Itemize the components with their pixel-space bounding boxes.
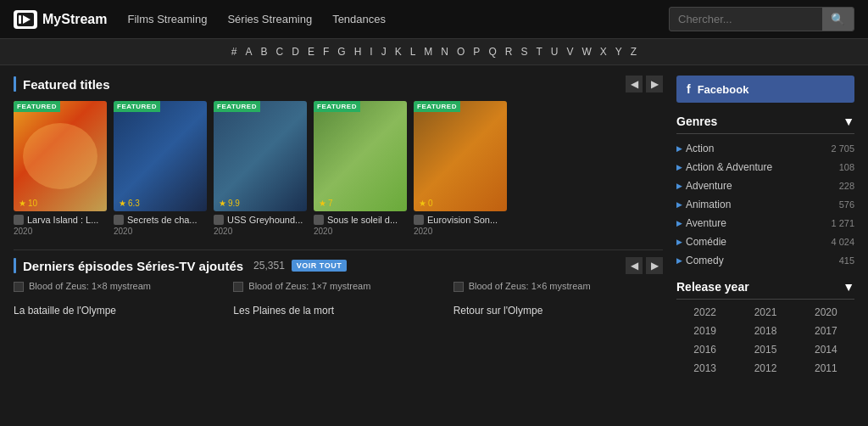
card-rating-3: ★ 7 <box>319 199 333 208</box>
card-info-0: Larva Island : L... 2020 <box>14 215 107 236</box>
facebook-icon: f <box>687 82 691 96</box>
alpha-s[interactable]: S <box>520 46 527 58</box>
featured-section: Featured titles ◀ ▶ FEATURED ★ 10 Larva … <box>14 76 663 236</box>
nav-tendances[interactable]: Tendances <box>332 13 386 25</box>
logo[interactable]: MyStream <box>14 10 107 29</box>
card-thumb-2 <box>214 215 224 225</box>
alpha-o[interactable]: O <box>457 46 465 58</box>
card-title-3: Sous le soleil d... <box>327 215 398 225</box>
alpha-#[interactable]: # <box>231 46 237 58</box>
featured-prev[interactable]: ◀ <box>626 76 643 92</box>
year-2022[interactable]: 2022 <box>676 305 733 320</box>
year-2016[interactable]: 2016 <box>676 342 733 357</box>
alpha-j[interactable]: J <box>381 46 387 58</box>
alpha-a[interactable]: A <box>246 46 253 58</box>
star-icon-2: ★ <box>219 199 226 208</box>
episode-list: Blood of Zeus: 1×8 mystream Blood of Zeu… <box>14 281 663 292</box>
genre-item-2[interactable]: ▶ Adventure 228 <box>676 177 854 195</box>
episodes-header: Derniers épisodes Séries-TV ajoutés 25,3… <box>14 257 663 274</box>
alpha-h[interactable]: H <box>354 46 362 58</box>
card-year-0: 2020 <box>14 227 107 236</box>
alpha-u[interactable]: U <box>551 46 559 58</box>
alpha-n[interactable]: N <box>441 46 448 58</box>
alpha-b[interactable]: B <box>261 46 268 58</box>
alpha-z[interactable]: Z <box>631 46 637 58</box>
featured-badge-1: FEATURED <box>114 101 160 112</box>
voir-tout-button[interactable]: VOIR TOUT <box>292 260 347 272</box>
alpha-i[interactable]: I <box>370 46 372 58</box>
year-2017[interactable]: 2017 <box>798 323 854 339</box>
episode-title-1[interactable]: Blood of Zeus: 1×7 mystream <box>248 281 370 291</box>
genre-item-3[interactable]: ▶ Animation 576 <box>676 195 854 214</box>
section-bar <box>14 76 16 92</box>
episodes-title: Derniers épisodes Séries-TV ajoutés <box>23 259 243 273</box>
year-2014[interactable]: 2014 <box>798 342 854 357</box>
year-2018[interactable]: 2018 <box>737 323 793 339</box>
card-title-2: USS Greyhound... <box>227 215 303 225</box>
alpha-m[interactable]: M <box>424 46 432 58</box>
alphabet-bar: #ABCDEFGHIJKLMNOPQRSTUVWXYZ <box>0 39 868 65</box>
year-2011[interactable]: 2011 <box>798 361 854 376</box>
episodes-prev[interactable]: ◀ <box>626 257 643 274</box>
alpha-r[interactable]: R <box>505 46 513 58</box>
episode-checkbox-1[interactable] <box>233 282 243 292</box>
genre-item-5[interactable]: ▶ Comédie 4 024 <box>676 233 854 251</box>
alpha-y[interactable]: Y <box>615 46 622 58</box>
year-2015[interactable]: 2015 <box>737 342 793 357</box>
release-year-arrow-icon: ▼ <box>843 280 854 294</box>
episode-checkbox-2[interactable] <box>453 282 464 292</box>
alpha-p[interactable]: P <box>473 46 480 58</box>
genre-arrow-icon-5: ▶ <box>676 238 682 246</box>
year-2013[interactable]: 2013 <box>676 361 733 376</box>
alpha-k[interactable]: K <box>395 46 402 58</box>
bottom-title-1[interactable]: Les Plaines de la mort <box>233 304 442 317</box>
bottom-title-text-2: Retour sur l'Olympe <box>453 305 543 317</box>
featured-card-2[interactable]: FEATURED ★ 9.9 USS Greyhound... 2020 <box>214 101 307 236</box>
genre-item-1[interactable]: ▶ Action & Adventure 108 <box>676 158 854 177</box>
genre-item-4[interactable]: ▶ Aventure 1 271 <box>676 214 854 233</box>
search-input[interactable] <box>670 8 822 30</box>
genre-item-6[interactable]: ▶ Comedy 415 <box>676 251 854 270</box>
alpha-x[interactable]: X <box>600 46 607 58</box>
alpha-f[interactable]: F <box>323 46 329 58</box>
alpha-q[interactable]: Q <box>488 46 496 58</box>
card-rating-4: ★ 0 <box>419 199 433 208</box>
alpha-e[interactable]: E <box>308 46 314 58</box>
alpha-w[interactable]: W <box>581 46 591 58</box>
episode-title-0[interactable]: Blood of Zeus: 1×8 mystream <box>29 281 151 291</box>
genre-item-0[interactable]: ▶ Action 2 705 <box>676 139 854 158</box>
episode-title-2[interactable]: Blood of Zeus: 1×6 mystream <box>469 281 591 291</box>
year-2021[interactable]: 2021 <box>737 305 793 320</box>
episode-checkbox-0[interactable] <box>14 282 24 292</box>
card-thumb-0 <box>14 215 24 225</box>
alpha-t[interactable]: T <box>536 46 542 58</box>
alpha-c[interactable]: C <box>276 46 284 58</box>
featured-card-4[interactable]: FEATURED ★ 0 Eurovision Son... 2020 <box>414 101 507 236</box>
featured-card-3[interactable]: FEATURED ★ 7 Sous le soleil d... 2020 <box>314 101 407 236</box>
year-2019[interactable]: 2019 <box>676 323 733 339</box>
alpha-l[interactable]: L <box>410 46 416 58</box>
genre-arrow-icon-0: ▶ <box>676 144 682 153</box>
episodes-next[interactable]: ▶ <box>646 257 663 274</box>
card-title-4: Eurovision Son... <box>427 215 498 225</box>
featured-card-0[interactable]: FEATURED ★ 10 Larva Island : L... 2020 <box>14 101 107 236</box>
featured-card-1[interactable]: FEATURED ★ 6.3 Secrets de cha... 2020 <box>114 101 207 236</box>
year-2020[interactable]: 2020 <box>798 305 854 320</box>
genre-name-2: Adventure <box>686 180 732 192</box>
bottom-title-2[interactable]: Retour sur l'Olympe <box>453 304 663 317</box>
bottom-title-0[interactable]: La bataille de l'Olympe <box>14 304 223 317</box>
alpha-v[interactable]: V <box>566 46 573 58</box>
alpha-g[interactable]: G <box>337 46 345 58</box>
card-year-1: 2020 <box>114 227 207 236</box>
card-info-4: Eurovision Son... 2020 <box>414 215 507 236</box>
facebook-button[interactable]: f Facebook <box>676 76 854 103</box>
nav-series[interactable]: Séries Streaming <box>227 13 312 25</box>
featured-next[interactable]: ▶ <box>646 76 663 92</box>
nav-films[interactable]: Films Streaming <box>127 13 207 25</box>
card-rating-2: ★ 9.9 <box>219 199 240 208</box>
year-2012[interactable]: 2012 <box>737 361 793 376</box>
logo-text: MyStream <box>42 12 107 27</box>
featured-badge-2: FEATURED <box>214 101 260 112</box>
search-button[interactable]: 🔍 <box>822 8 854 31</box>
alpha-d[interactable]: D <box>292 46 299 58</box>
